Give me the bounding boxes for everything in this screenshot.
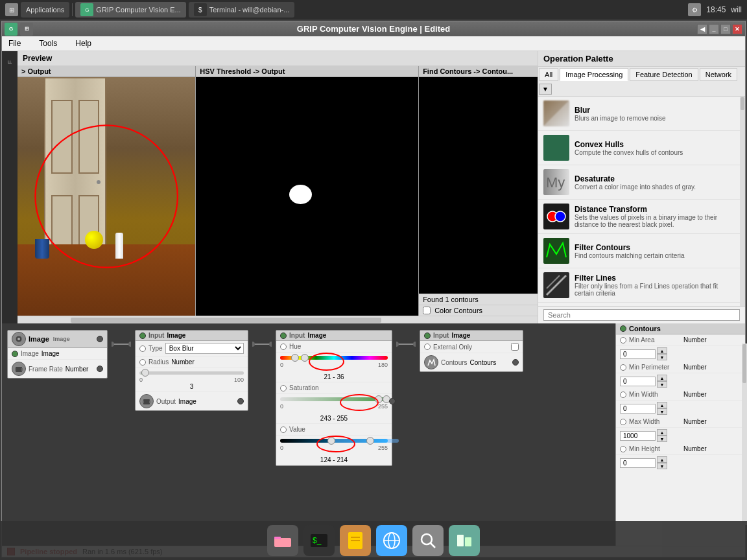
white-bottle bbox=[115, 233, 123, 259]
palette-scrollbar[interactable] bbox=[740, 97, 745, 306]
taskbar-settings-icon[interactable]: ⚙ bbox=[688, 3, 701, 16]
blur-type-radio[interactable] bbox=[139, 345, 146, 352]
menu-help[interactable]: Help bbox=[71, 38, 95, 49]
blur-slider-thumb[interactable] bbox=[141, 369, 149, 377]
fc-external-checkbox[interactable] bbox=[511, 343, 519, 351]
min-perimeter-down[interactable]: ▼ bbox=[657, 381, 667, 388]
bottom-main: Image Image Image Image bbox=[2, 323, 615, 546]
palette-search-input[interactable] bbox=[543, 309, 740, 321]
max-width-radio[interactable] bbox=[620, 419, 626, 425]
node-find-contours: Input Image External Only Con bbox=[420, 330, 523, 372]
tab-more[interactable]: ▼ bbox=[539, 84, 552, 95]
min-area-down[interactable]: ▼ bbox=[657, 354, 667, 360]
dock-globe[interactable] bbox=[376, 525, 407, 556]
val-thumb-left[interactable] bbox=[327, 437, 335, 445]
min-area-up[interactable]: ▲ bbox=[657, 347, 667, 354]
blur-slider-track bbox=[139, 371, 244, 375]
tab-network[interactable]: Network bbox=[700, 68, 737, 81]
title-close[interactable]: ✕ bbox=[732, 24, 742, 34]
min-height-value-text: Number bbox=[683, 445, 707, 452]
menu-file[interactable]: File bbox=[5, 38, 25, 49]
palette-item-filter-lines[interactable]: Filter Lines Filter only lines from a Fi… bbox=[538, 268, 740, 303]
max-width-value-text: Number bbox=[683, 418, 707, 425]
min-height-input[interactable] bbox=[620, 458, 656, 468]
taskbar-app-applications[interactable]: Applications bbox=[21, 2, 69, 18]
svg-rect-17 bbox=[149, 401, 150, 403]
palette-item-desaturate[interactable]: My Desaturate Convert a color image into… bbox=[538, 165, 740, 200]
fc-contours-icon[interactable] bbox=[424, 355, 438, 369]
max-width-input[interactable] bbox=[620, 431, 656, 441]
pipeline-nodes-row: Image Image Image Image bbox=[2, 323, 615, 546]
blur-output-dot bbox=[237, 398, 244, 404]
dock-notes[interactable] bbox=[340, 525, 371, 556]
min-width-input[interactable] bbox=[620, 404, 656, 414]
panel-hsv-image bbox=[196, 77, 418, 316]
min-height-up[interactable]: ▲ bbox=[657, 456, 667, 463]
hsv-hue-radio[interactable] bbox=[280, 344, 287, 350]
taskbar-time: 18:45 bbox=[706, 5, 726, 14]
palette-scroll-wrapper: Blur Blurs an image to remove noise Conv… bbox=[538, 97, 745, 306]
max-width-up[interactable]: ▲ bbox=[657, 429, 667, 436]
blur-radius-radio[interactable] bbox=[139, 359, 146, 366]
title-minimize[interactable]: _ bbox=[709, 24, 719, 34]
dock-files[interactable] bbox=[449, 525, 480, 556]
palette-item-blur[interactable]: Blur Blurs an image to remove noise bbox=[538, 97, 740, 131]
min-perimeter-up[interactable]: ▲ bbox=[657, 375, 667, 381]
svg-line-6 bbox=[547, 275, 560, 288]
svg-point-13 bbox=[112, 342, 114, 347]
right-panel-scrollbar[interactable] bbox=[742, 344, 745, 525]
bottom-area: Image Image Image Image bbox=[2, 323, 745, 546]
min-perimeter-value-text: Number bbox=[683, 364, 707, 371]
blur-output-icon[interactable] bbox=[139, 394, 154, 408]
tab-all[interactable]: All bbox=[539, 68, 558, 81]
contours-col-label: Contours bbox=[629, 325, 661, 332]
min-width-radio[interactable] bbox=[620, 391, 626, 398]
hsv-sat-radio[interactable] bbox=[280, 385, 287, 391]
color-contours-checkbox[interactable] bbox=[423, 307, 431, 314]
hsv-val-radio[interactable] bbox=[280, 426, 287, 433]
palette-item-filter-contours[interactable]: Filter Contours Find contours matching c… bbox=[538, 234, 740, 268]
min-area-radio[interactable] bbox=[620, 337, 626, 344]
hsv-val-row: Value bbox=[276, 424, 392, 436]
taskbar-left: ⊞ Applications G GRIP Computer Vision E.… bbox=[0, 2, 300, 18]
min-width-up[interactable]: ▲ bbox=[657, 402, 667, 408]
palette-item-convex[interactable]: Convex Hulls Compute the convex hulls of… bbox=[538, 131, 740, 165]
dock-terminal[interactable]: $_ bbox=[303, 525, 335, 556]
source-framerate-dot bbox=[97, 366, 103, 372]
title-maximize[interactable]: □ bbox=[720, 24, 731, 34]
tab-feature-detection[interactable]: Feature Detection bbox=[630, 68, 698, 81]
hue-thumb-left[interactable] bbox=[291, 354, 299, 362]
source-framerate-icon[interactable] bbox=[12, 362, 26, 376]
min-area-input[interactable] bbox=[620, 349, 656, 359]
color-contours-label: Color Contours bbox=[434, 307, 482, 314]
source-icon-btn[interactable] bbox=[12, 332, 26, 346]
menu-tools[interactable]: Tools bbox=[35, 38, 61, 49]
max-width-down[interactable]: ▼ bbox=[657, 436, 667, 442]
tab-image-processing[interactable]: Image Processing bbox=[560, 68, 628, 81]
right-panel-scroll-thumb[interactable] bbox=[742, 344, 745, 383]
hue-slider-track bbox=[280, 356, 388, 360]
taskbar-app-grip-label: GRIP Computer Vision E... bbox=[96, 6, 180, 14]
taskbar-app-terminal[interactable]: $ Terminal - will@debian-... bbox=[189, 2, 295, 18]
fc-external-radio[interactable] bbox=[424, 344, 431, 350]
min-width-down[interactable]: ▼ bbox=[657, 408, 667, 415]
preview-scroll-thumb[interactable] bbox=[71, 318, 381, 323]
blur-type-select[interactable]: Box Blur bbox=[165, 343, 244, 354]
taskbar-app-grip[interactable]: G GRIP Computer Vision E... bbox=[75, 2, 185, 18]
min-perimeter-input[interactable] bbox=[620, 377, 656, 386]
hue-thumb-right[interactable] bbox=[301, 354, 309, 362]
palette-item-distance[interactable]: Distance Transform Sets the values of pi… bbox=[538, 200, 740, 234]
sat-thumb-left[interactable] bbox=[375, 395, 383, 403]
dock-search[interactable] bbox=[412, 525, 444, 556]
system-icon[interactable]: ⊞ bbox=[5, 3, 18, 16]
val-thumb-right[interactable] bbox=[366, 437, 374, 445]
min-height-down[interactable]: ▼ bbox=[657, 463, 667, 469]
title-nav-back[interactable]: ◀ bbox=[697, 24, 707, 34]
min-perimeter-radio[interactable] bbox=[620, 364, 626, 371]
node-find-contours-header: Input Image bbox=[420, 331, 523, 341]
preview-scrollbar[interactable] bbox=[18, 316, 538, 323]
min-height-radio[interactable] bbox=[620, 446, 626, 452]
dock-folder[interactable] bbox=[267, 525, 298, 556]
palette-scroll-thumb[interactable] bbox=[741, 97, 744, 110]
svg-text:My: My bbox=[546, 174, 565, 191]
